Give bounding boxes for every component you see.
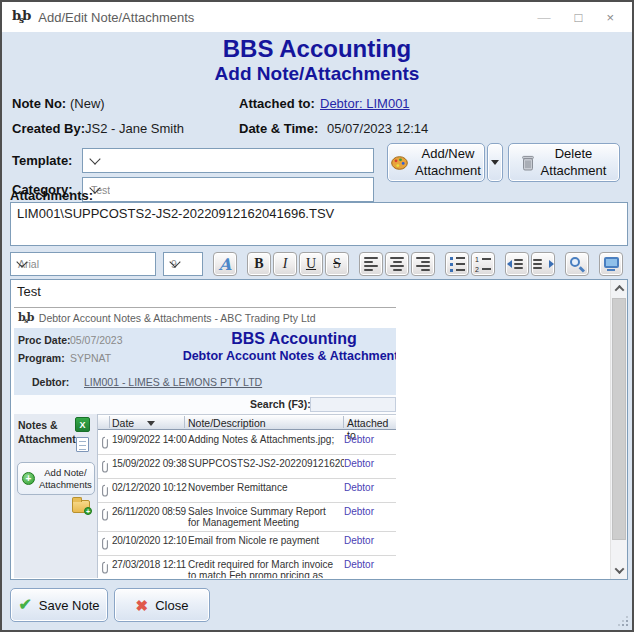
maximize-icon[interactable]: □ (575, 11, 583, 24)
table-row: 26/11/2020 08:59 Sales Invoice Summary R… (98, 503, 396, 532)
minimize-icon[interactable]: — (538, 11, 551, 24)
close-icon[interactable]: × (606, 11, 614, 24)
table-row: 15/09/2022 09:38 SUPPCOSTS2-JS2-20220912… (98, 455, 396, 479)
paperclip-icon (98, 559, 112, 574)
note-no-value: (New) (70, 96, 105, 111)
close-button[interactable]: ✖ Close (114, 588, 210, 622)
row-attached-to: Debtor (344, 559, 396, 570)
row-date: 02/12/2020 10:12 (112, 482, 188, 493)
resize-grip[interactable] (626, 624, 628, 626)
italic-button[interactable]: I (273, 252, 297, 276)
align-left-icon (364, 257, 378, 271)
template-select[interactable] (82, 148, 374, 173)
row-attached-to: Debtor (344, 535, 396, 546)
screenshot-app-header: BBS Accounting Debtor Account Notes & At… (144, 330, 396, 363)
app-logo-icon: bsb (18, 312, 33, 324)
font-color-icon: A (219, 255, 231, 274)
paperclip-icon (98, 434, 112, 449)
row-date: 20/10/2020 12:10 (112, 535, 188, 546)
underline-icon: U (306, 256, 316, 272)
row-date: 15/09/2022 09:38 (112, 458, 188, 469)
debtor-link: LIM001 - LIMES & LEMONS PTY LTD (84, 376, 262, 388)
palette-icon (391, 156, 408, 170)
red-x-icon: ✖ (136, 598, 149, 613)
note-body-text: Test (17, 284, 41, 299)
indent-button[interactable] (531, 252, 555, 276)
strikethrough-button[interactable]: S (325, 252, 349, 276)
align-center-button[interactable] (385, 252, 409, 276)
program-label: Program: (18, 352, 65, 364)
note-editor[interactable]: Test bsb Debtor Account Notes & Attachme… (10, 279, 628, 580)
outdent-button[interactable] (505, 252, 529, 276)
search-input (310, 397, 396, 412)
zoom-button[interactable] (565, 252, 589, 276)
numbered-list-button[interactable]: 1 2 (471, 252, 495, 276)
underline-button[interactable]: U (299, 252, 323, 276)
numbered-list-icon: 1 2 (475, 256, 491, 273)
attachments-list[interactable]: LIM001\SUPPCOSTS2-JS2-20220912162041696.… (10, 202, 628, 246)
row-description: Email from Nicole re payment (188, 535, 344, 546)
program-value: SYPNAT (70, 352, 111, 364)
created-by-value: JS2 - Jane Smith (85, 121, 184, 136)
bullet-list-button[interactable] (445, 252, 469, 276)
bold-button[interactable]: B (247, 252, 271, 276)
category-select[interactable]: Test (82, 177, 374, 202)
close-label: Close (155, 598, 188, 613)
note-no-label: Note No: (12, 96, 66, 111)
save-note-button[interactable]: ✔ Save Note (10, 588, 108, 622)
debtor-label: Debtor: (32, 376, 69, 388)
scrollbar-thumb[interactable] (612, 298, 626, 540)
notes-table-header: Date Note/Description Attached to (98, 414, 396, 430)
font-color-button[interactable]: A (213, 252, 237, 276)
add-new-attachment-label: Add/New Attachment (415, 146, 481, 179)
dropdown-arrow-icon (491, 160, 499, 165)
save-note-label: Save Note (39, 598, 100, 613)
delete-attachment-label: Delete Attachment (541, 146, 607, 179)
align-right-button[interactable] (411, 252, 435, 276)
attached-to-link[interactable]: Debtor: LIM001 (320, 96, 410, 111)
row-date: 26/11/2020 08:59 (112, 506, 188, 517)
attachments-label: Attachments: (10, 188, 93, 203)
row-attached-to: Debtor (344, 434, 396, 445)
paperclip-icon (98, 458, 112, 473)
created-by-label: Created By: (12, 121, 85, 136)
add-attachment-dropdown-button[interactable] (487, 143, 503, 182)
align-left-button[interactable] (359, 252, 383, 276)
datetime-value: 05/07/2023 12:14 (327, 121, 428, 136)
font-size-select[interactable]: 9 (163, 252, 203, 276)
template-label: Template: (12, 153, 72, 168)
document-icon (76, 437, 89, 452)
sort-descending-icon (147, 421, 155, 426)
export-excel-icon: X (75, 417, 90, 432)
monitor-icon (604, 257, 619, 271)
bullet-list-icon (450, 257, 465, 272)
table-row: 27/03/2018 12:11 Credit required for Mar… (98, 556, 396, 578)
delete-attachment-button[interactable]: Delete Attachment (508, 143, 620, 182)
notes-table: Date Note/Description Attached to 19/09/… (98, 414, 396, 578)
row-description: SUPPCOSTS2-JS2-2022091216204169... (188, 458, 344, 469)
editor-scrollbar[interactable] (610, 280, 627, 579)
attachment-item[interactable]: LIM001\SUPPCOSTS2-JS2-20220912162041696.… (17, 206, 334, 221)
scroll-up-icon[interactable] (611, 280, 627, 297)
titlebar: bsb Add/Edit Note/Attachments — □ × (2, 2, 632, 32)
email-folder-icon: + (72, 500, 90, 513)
strikethrough-icon: S (333, 256, 341, 272)
datetime-label: Date & Time: (239, 121, 318, 136)
add-note-attachments-label: Add Note/ Attachments (39, 467, 92, 491)
scroll-down-icon[interactable] (611, 562, 627, 579)
plus-icon: + (22, 472, 35, 485)
screenshot-app-title: BBS Accounting (144, 330, 396, 348)
page-title: Add Note/Attachments (2, 63, 632, 85)
app-logo-icon: bsb (12, 9, 29, 25)
proc-date-label: Proc Date: (18, 334, 71, 346)
column-header-description: Note/Description (188, 417, 266, 429)
embedded-screenshot-image: bsb Debtor Account Notes & Attachments -… (14, 307, 396, 578)
row-attached-to: Debtor (344, 482, 396, 493)
preview-button[interactable] (599, 252, 623, 276)
indent-icon (533, 259, 554, 269)
row-description: Sales Invoice Summary Report for Managem… (188, 506, 344, 528)
trash-icon (522, 155, 534, 171)
add-new-attachment-button[interactable]: Add/New Attachment (387, 143, 485, 182)
font-family-select[interactable]: Arial (10, 252, 156, 276)
row-description: Credit required for March invoice to mat… (188, 559, 344, 578)
